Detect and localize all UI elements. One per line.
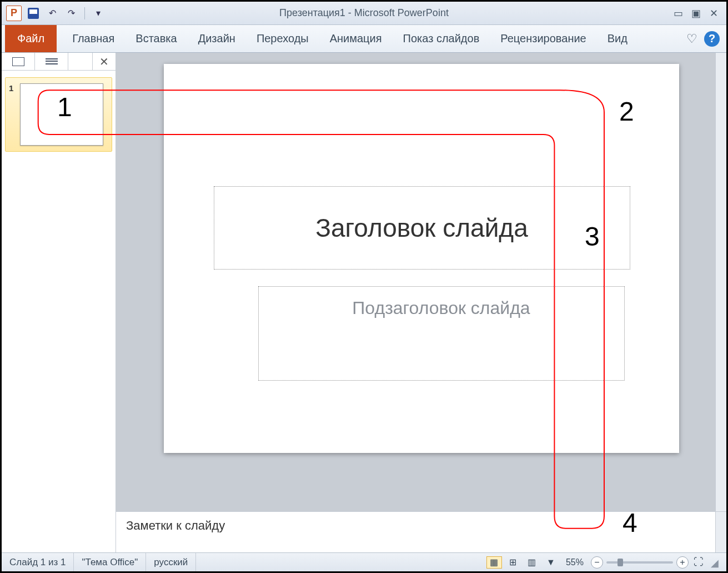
subtitle-placeholder-text: Подзаголовок слайда bbox=[352, 298, 530, 318]
ribbon: Файл Главная Вставка Дизайн Переходы Ани… bbox=[2, 25, 726, 53]
ribbon-tab-review[interactable]: Рецензирование bbox=[495, 29, 591, 48]
ribbon-tab-transitions[interactable]: Переходы bbox=[251, 29, 314, 48]
slide-canvas[interactable]: Заголовок слайда Подзаголовок слайда bbox=[164, 64, 679, 453]
subtitle-placeholder[interactable]: Подзаголовок слайда bbox=[258, 286, 625, 381]
zoom-in-button[interactable]: + bbox=[676, 556, 689, 569]
thumbnail-preview bbox=[20, 83, 103, 146]
qat-separator bbox=[84, 7, 85, 19]
save-icon bbox=[28, 8, 39, 19]
zoom-thumb[interactable] bbox=[617, 559, 623, 566]
minimize-button[interactable]: ▭ bbox=[671, 7, 685, 19]
pane-close-button[interactable]: ✕ bbox=[92, 53, 116, 70]
zoom-slider: − + bbox=[591, 556, 689, 569]
redo-button[interactable]: ↷ bbox=[64, 6, 78, 21]
ribbon-tab-home[interactable]: Главная bbox=[67, 29, 120, 48]
file-tab[interactable]: Файл bbox=[5, 25, 57, 52]
notes-placeholder: Заметки к слайду bbox=[126, 519, 225, 532]
close-button[interactable]: ✕ bbox=[706, 7, 721, 19]
resize-grip-icon[interactable]: ◢ bbox=[711, 557, 722, 568]
help-icon[interactable]: ? bbox=[704, 31, 720, 47]
ribbon-tab-view[interactable]: Вид bbox=[602, 29, 633, 48]
save-button[interactable] bbox=[26, 6, 41, 21]
view-normal-button[interactable]: ▦ bbox=[486, 556, 502, 569]
title-placeholder-text: Заголовок слайда bbox=[315, 213, 528, 243]
status-theme[interactable]: "Тема Office" bbox=[74, 553, 146, 571]
notes-scrollbar[interactable] bbox=[715, 512, 726, 552]
outline-tab-icon bbox=[46, 57, 58, 66]
slide-stage: Заголовок слайда Подзаголовок слайда bbox=[116, 53, 726, 511]
powerpoint-icon: P bbox=[6, 6, 22, 21]
undo-button[interactable]: ↶ bbox=[45, 6, 59, 21]
title-placeholder[interactable]: Заголовок слайда bbox=[214, 186, 630, 270]
quick-access-toolbar: ↶ ↷ ▾ bbox=[26, 6, 106, 21]
workspace: ✕ 1 Заголовок слайда Подзаголовок слайда bbox=[2, 53, 726, 552]
maximize-button[interactable]: ▣ bbox=[689, 7, 703, 19]
window-controls: ▭ ▣ ✕ bbox=[671, 7, 726, 19]
pane-tab-outline[interactable] bbox=[35, 53, 68, 70]
status-slide-info[interactable]: Слайд 1 из 1 bbox=[2, 553, 74, 571]
window-title: Презентация1 - Microsoft PowerPoint bbox=[2, 7, 726, 19]
status-right: ▦ ⊞ ▥ ▼ 55% − + ⛶ ◢ bbox=[486, 556, 726, 569]
ribbon-tab-design[interactable]: Дизайн bbox=[193, 29, 241, 48]
zoom-out-button[interactable]: − bbox=[591, 556, 603, 569]
zoom-track[interactable] bbox=[606, 561, 673, 564]
status-language[interactable]: русский bbox=[146, 553, 196, 571]
thumbnail-item[interactable]: 1 bbox=[5, 77, 112, 152]
stage-scrollbar[interactable] bbox=[715, 53, 726, 511]
view-slideshow-button[interactable]: ▼ bbox=[543, 556, 559, 569]
slides-tab-icon bbox=[12, 57, 24, 66]
pane-tabs: ✕ bbox=[2, 53, 116, 71]
ribbon-tab-slideshow[interactable]: Показ слайдов bbox=[398, 29, 485, 48]
pane-tab-slides[interactable] bbox=[2, 53, 35, 70]
view-reading-button[interactable]: ▥ bbox=[524, 556, 540, 569]
thumbnail-number: 1 bbox=[9, 83, 17, 93]
thumbnail-list: 1 bbox=[2, 71, 116, 158]
view-sorter-button[interactable]: ⊞ bbox=[505, 556, 521, 569]
notes-pane[interactable]: Заметки к слайду bbox=[116, 511, 726, 552]
edit-area: Заголовок слайда Подзаголовок слайда Зам… bbox=[116, 53, 726, 552]
ribbon-tab-insert[interactable]: Вставка bbox=[130, 29, 182, 48]
ribbon-tab-animations[interactable]: Анимация bbox=[324, 29, 388, 48]
title-bar: P ↶ ↷ ▾ Презентация1 - Microsoft PowerPo… bbox=[2, 2, 726, 25]
qat-customize-button[interactable]: ▾ bbox=[91, 6, 106, 21]
status-bar: Слайд 1 из 1 "Тема Office" русский ▦ ⊞ ▥… bbox=[2, 552, 726, 571]
zoom-value[interactable]: 55% bbox=[562, 556, 588, 569]
fit-to-window-button[interactable]: ⛶ bbox=[692, 556, 705, 569]
ribbon-minimize-icon[interactable]: ♡ bbox=[686, 32, 697, 46]
slides-pane: ✕ 1 bbox=[2, 53, 116, 552]
